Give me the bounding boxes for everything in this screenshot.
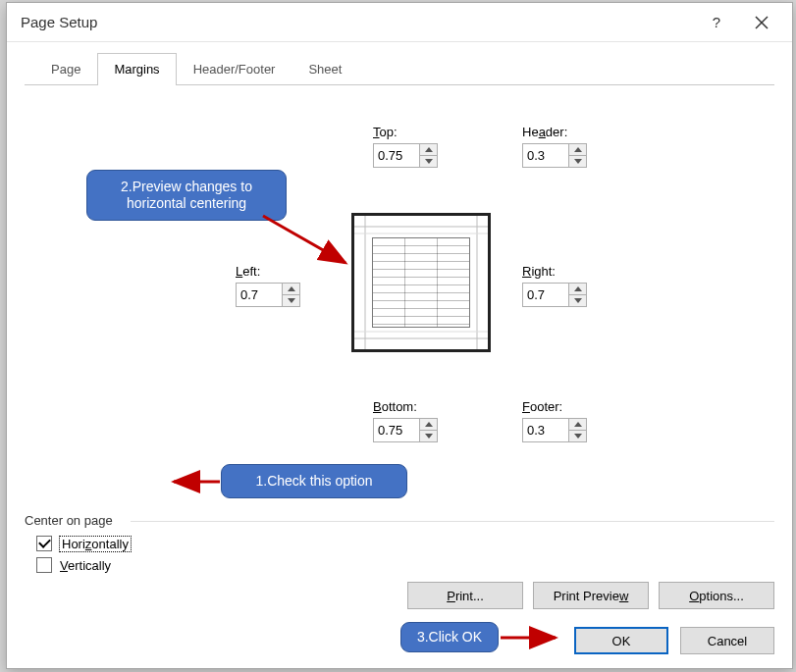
footer-input[interactable] (523, 419, 568, 441)
header-spin-up[interactable] (569, 144, 586, 156)
top-spinner[interactable] (373, 143, 438, 168)
margins-preview (351, 213, 491, 352)
bottom-spin-up[interactable] (420, 419, 437, 431)
cancel-button[interactable]: Cancel (680, 627, 774, 654)
right-spin-down[interactable] (569, 295, 586, 306)
annotation-step3: 3.Click OK (400, 622, 499, 652)
ok-button[interactable]: OK (574, 627, 668, 654)
horizontally-checkbox[interactable]: Horizontally Horizontally (36, 536, 774, 551)
cancel-button-label: Cancel (708, 634, 747, 648)
close-button[interactable] (739, 8, 784, 37)
primary-button-row: OK Cancel (574, 627, 774, 654)
header-input[interactable] (523, 144, 568, 167)
bottom-spinner[interactable] (373, 418, 438, 442)
tab-page-label: Page (51, 62, 80, 77)
horizontally-label: Horizontally (60, 537, 131, 551)
header-label: Header: (522, 125, 567, 139)
titlebar: Page Setup ? (7, 3, 792, 42)
top-spin-down[interactable] (420, 156, 437, 167)
top-label: TTop:op: (373, 125, 398, 139)
print-button[interactable]: Print...Print... (407, 582, 523, 609)
ok-button-label: OK (612, 634, 631, 648)
checkbox-box-icon (36, 557, 52, 573)
checkbox-box-icon (36, 536, 52, 551)
right-spinner[interactable] (522, 283, 587, 307)
page-setup-dialog: Page Setup ? Page Margins Header/Footer … (6, 2, 793, 669)
footer-spin-down[interactable] (569, 431, 586, 441)
tab-sheet[interactable]: Sheet (292, 53, 358, 85)
left-spin-up[interactable] (283, 284, 299, 295)
help-button[interactable]: ? (694, 8, 739, 37)
footer-label: Footer: (522, 399, 562, 414)
left-spin-down[interactable] (283, 295, 299, 306)
tab-margins[interactable]: Margins (97, 53, 176, 85)
secondary-button-row: Print...Print... Print PreviewPrint Prev… (407, 582, 774, 609)
dialog-title: Page Setup (21, 14, 694, 30)
tab-header-footer[interactable]: Header/Footer (177, 53, 292, 85)
center-on-page-legend: Center on page (25, 513, 774, 528)
right-input[interactable] (523, 284, 568, 306)
left-input[interactable] (237, 284, 282, 306)
header-spinner[interactable] (522, 143, 587, 168)
center-on-page-group: Center on page Horizontally Horizontally… (25, 513, 774, 573)
tab-page[interactable]: Page (34, 53, 97, 85)
tabstrip: Page Margins Header/Footer Sheet (25, 52, 774, 85)
tab-sheet-label: Sheet (308, 62, 342, 77)
header-spin-down[interactable] (569, 156, 586, 167)
right-label: Right: (522, 264, 556, 279)
options-button[interactable]: Options...Options... (659, 582, 774, 609)
bottom-spin-down[interactable] (420, 431, 437, 441)
tab-header-footer-label: Header/Footer (193, 62, 276, 77)
bottom-input[interactable] (374, 419, 419, 441)
preview-grid-icon (372, 237, 470, 328)
left-label: Left: (236, 264, 260, 279)
left-spinner[interactable] (236, 283, 300, 307)
vertically-checkbox[interactable]: Vertically Vertically (36, 557, 774, 573)
footer-spinner[interactable] (522, 418, 587, 442)
footer-spin-up[interactable] (569, 419, 586, 431)
top-spin-up[interactable] (420, 144, 437, 156)
top-input[interactable] (374, 144, 419, 167)
annotation-step1: 1.Check this option (221, 464, 407, 498)
vertically-label: Vertically (60, 558, 111, 573)
annotation-step2: 2.Preview changes to horizontal centerin… (86, 170, 287, 221)
bottom-label: Bottom: (373, 399, 417, 414)
tab-margins-label: Margins (114, 62, 159, 77)
print-preview-button[interactable]: Print PreviewPrint Preview (533, 582, 649, 609)
right-spin-up[interactable] (569, 284, 586, 295)
